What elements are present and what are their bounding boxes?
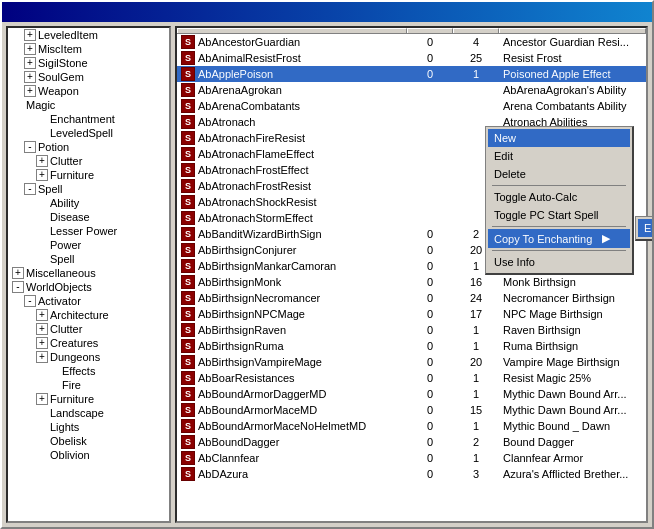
tree-expand-icon[interactable]: +: [24, 43, 36, 55]
menu-item[interactable]: Edit: [488, 147, 630, 165]
object-window: +LeveledItem+MiscItem+SigilStone+SoulGem…: [0, 0, 654, 529]
tree-item[interactable]: Enchantment: [8, 112, 169, 126]
tree-item[interactable]: -Potion: [8, 140, 169, 154]
header-name[interactable]: [499, 28, 646, 33]
list-row[interactable]: S AbBirthsignRuma 0 1 Ruma Birthsign: [177, 338, 646, 354]
list-row[interactable]: S AbClannfear 0 1 Clannfear Armor: [177, 450, 646, 466]
list-row[interactable]: S AbArenaAgrokan AbArenaAgrokan's Abilit…: [177, 82, 646, 98]
list-row[interactable]: S AbBoundArmorDaggerMD 0 1 Mythic Dawn B…: [177, 386, 646, 402]
menu-item[interactable]: Use Info: [488, 253, 630, 271]
tree-expand-icon[interactable]: +: [36, 155, 48, 167]
tree-item[interactable]: Landscape: [8, 406, 169, 420]
cell-name: Mythic Dawn Bound Arr...: [499, 387, 646, 401]
menu-item[interactable]: Delete: [488, 165, 630, 183]
row-icon: S: [181, 339, 195, 353]
tree-expand-icon[interactable]: +: [36, 393, 48, 405]
tree-expand-icon[interactable]: -: [24, 295, 36, 307]
tree-item[interactable]: Magic: [8, 98, 169, 112]
tree-item[interactable]: +LeveledItem: [8, 28, 169, 42]
tree-expand-icon[interactable]: -: [24, 141, 36, 153]
tree-item[interactable]: Obelisk: [8, 434, 169, 448]
tree-item[interactable]: Spell: [8, 252, 169, 266]
tree-item[interactable]: -Activator: [8, 294, 169, 308]
tree-item[interactable]: +Miscellaneous: [8, 266, 169, 280]
tree-item[interactable]: +SoulGem: [8, 70, 169, 84]
tree-label: LeveledSpell: [50, 127, 113, 139]
menu-item-label: Edit: [494, 150, 513, 162]
tree-item[interactable]: +Creatures: [8, 336, 169, 350]
tree-item[interactable]: +Furniture: [8, 168, 169, 182]
header-users[interactable]: [453, 28, 499, 33]
tree-item[interactable]: +Furniture: [8, 392, 169, 406]
tree-expand-icon[interactable]: +: [24, 57, 36, 69]
row-icon: S: [181, 307, 195, 321]
cell-editor-id: S AbBanditWizardBirthSign: [177, 226, 407, 242]
tree-item[interactable]: Lesser Power: [8, 224, 169, 238]
tree-expand-icon[interactable]: +: [24, 85, 36, 97]
tree-item[interactable]: +Clutter: [8, 322, 169, 336]
tree-expand-icon[interactable]: +: [36, 309, 48, 321]
menu-item[interactable]: Copy To Enchanting▶: [488, 229, 630, 248]
tree-item[interactable]: Ability: [8, 196, 169, 210]
cell-editor-id: S AbBoundArmorMaceMD: [177, 402, 407, 418]
tree-expand-icon[interactable]: +: [24, 29, 36, 41]
tree-item[interactable]: +SigilStone: [8, 56, 169, 70]
tree-expand-icon[interactable]: +: [36, 169, 48, 181]
tree-item[interactable]: -Spell: [8, 182, 169, 196]
tree-item[interactable]: +Weapon: [8, 84, 169, 98]
list-body[interactable]: S AbAncestorGuardian 0 4 Ancestor Guardi…: [177, 34, 646, 521]
list-row[interactable]: S AbBirthsignMonk 0 16 Monk Birthsign: [177, 274, 646, 290]
tree-item[interactable]: Oblivion: [8, 448, 169, 462]
list-row[interactable]: S AbBirthsignNecromancer 0 24 Necromance…: [177, 290, 646, 306]
tree-expand-icon[interactable]: -: [24, 183, 36, 195]
tree-label: Creatures: [50, 337, 98, 349]
tree-expand-icon[interactable]: +: [36, 351, 48, 363]
tree-item[interactable]: +Dungeons: [8, 350, 169, 364]
menu-item-label: Copy To Enchanting: [494, 233, 592, 245]
tree-expand-icon[interactable]: +: [36, 337, 48, 349]
list-row[interactable]: S AbAnimalResistFrost 0 25 Resist Frost: [177, 50, 646, 66]
tree-item[interactable]: Fire: [8, 378, 169, 392]
cell-editor-id: S AbClannfear: [177, 450, 407, 466]
tree-item[interactable]: +Architecture: [8, 308, 169, 322]
list-row[interactable]: S AbApplePoison 0 1 Poisoned Apple Effec…: [177, 66, 646, 82]
tree-expand-icon[interactable]: -: [12, 281, 24, 293]
menu-item[interactable]: Toggle Auto-Calc: [488, 188, 630, 206]
cell-editor-id: S AbAtronachShockResist: [177, 194, 407, 210]
list-row[interactable]: S AbBirthsignVampireMage 0 20 Vampire Ma…: [177, 354, 646, 370]
menu-item[interactable]: New: [488, 129, 630, 147]
header-count[interactable]: [407, 28, 453, 33]
list-row[interactable]: S AbBoarResistances 0 1 Resist Magic 25%: [177, 370, 646, 386]
tree-label: SoulGem: [38, 71, 84, 83]
list-row[interactable]: S AbBoundDagger 0 2 Bound Dagger: [177, 434, 646, 450]
menu-item[interactable]: Toggle PC Start Spell: [488, 206, 630, 224]
tree-expand-icon[interactable]: +: [24, 71, 36, 83]
tree-item[interactable]: +Clutter: [8, 154, 169, 168]
tree-item[interactable]: -WorldObjects: [8, 280, 169, 294]
list-row[interactable]: S AbArenaCombatants Arena Combatants Abi…: [177, 98, 646, 114]
submenu-item[interactable]: Enchantment: [638, 219, 652, 237]
list-row[interactable]: S AbAncestorGuardian 0 4 Ancestor Guardi…: [177, 34, 646, 50]
tree-item[interactable]: Effects: [8, 364, 169, 378]
cell-users: 17: [453, 307, 499, 321]
row-icon: S: [181, 419, 195, 433]
tree-item[interactable]: Power: [8, 238, 169, 252]
tree-item[interactable]: +MiscItem: [8, 42, 169, 56]
tree-item[interactable]: LeveledSpell: [8, 126, 169, 140]
tree-expand-icon[interactable]: +: [36, 323, 48, 335]
cell-count: [407, 217, 453, 219]
list-row[interactable]: S AbDAzura 0 3 Azura's Afflicted Brether…: [177, 466, 646, 482]
cell-name: Azura's Afflicted Brether...: [499, 467, 646, 481]
submenu: Enchantment: [635, 216, 652, 241]
list-row[interactable]: S AbBirthsignRaven 0 1 Raven Birthsign: [177, 322, 646, 338]
list-row[interactable]: S AbBirthsignNPCMage 0 17 NPC Mage Birth…: [177, 306, 646, 322]
tree-panel[interactable]: +LeveledItem+MiscItem+SigilStone+SoulGem…: [6, 26, 171, 523]
cell-count: 0: [407, 467, 453, 481]
tree-item[interactable]: Disease: [8, 210, 169, 224]
list-row[interactable]: S AbBoundArmorMaceMD 0 15 Mythic Dawn Bo…: [177, 402, 646, 418]
tree-item[interactable]: Lights: [8, 420, 169, 434]
list-row[interactable]: S AbBoundArmorMaceNoHelmetMD 0 1 Mythic …: [177, 418, 646, 434]
tree-expand-icon[interactable]: +: [12, 267, 24, 279]
header-editor-id[interactable]: [177, 28, 407, 33]
cell-editor-id: S AbAtronachStormEffect: [177, 210, 407, 226]
